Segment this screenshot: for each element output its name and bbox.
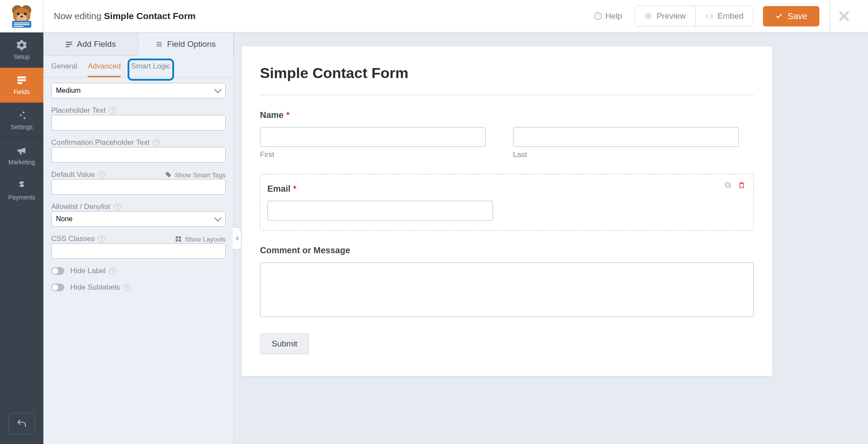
show-layouts-link[interactable]: Show Layouts xyxy=(175,235,226,243)
code-icon xyxy=(705,12,713,20)
allowlist-label: Allowlist / Denylist? xyxy=(51,202,226,211)
default-value-input[interactable] xyxy=(51,179,226,195)
css-classes-label: CSS Classes? xyxy=(51,235,105,243)
editing-title: Now editing Simple Contact Form xyxy=(43,11,196,21)
rail-marketing[interactable]: Marketing xyxy=(0,138,43,173)
close-button[interactable] xyxy=(830,0,858,32)
svg-point-6 xyxy=(20,16,23,17)
allowlist-select[interactable] xyxy=(51,211,226,227)
form-title: Simple Contact Form xyxy=(260,65,754,82)
chevron-left-icon xyxy=(234,235,240,242)
rail-settings[interactable]: Settings xyxy=(0,103,43,138)
svg-rect-14 xyxy=(17,82,22,84)
rail-label: Setup xyxy=(14,53,30,60)
tab-add-fields[interactable]: Add Fields xyxy=(43,33,138,56)
fields-icon xyxy=(16,75,27,86)
gear-icon xyxy=(16,39,27,51)
field-name[interactable]: Name* First Last xyxy=(260,110,754,159)
svg-rect-12 xyxy=(17,76,26,78)
help-icon[interactable]: ? xyxy=(109,107,116,114)
svg-point-17 xyxy=(23,117,25,119)
tab-field-options[interactable]: Field Options xyxy=(138,33,233,56)
help-icon[interactable]: ? xyxy=(123,284,130,291)
last-name-sublabel: Last xyxy=(513,150,754,159)
email-input[interactable] xyxy=(267,201,493,221)
rail-payments[interactable]: Payments xyxy=(0,173,43,208)
svg-point-15 xyxy=(23,111,24,113)
svg-rect-13 xyxy=(17,79,26,81)
rail-label: Payments xyxy=(8,194,35,201)
svg-rect-29 xyxy=(727,184,730,188)
last-name-input[interactable] xyxy=(513,127,739,147)
field-email-selected[interactable]: Email* xyxy=(260,174,754,231)
undo-icon xyxy=(16,418,27,429)
list-icon xyxy=(66,41,72,48)
hide-sublabels-toggle[interactable] xyxy=(51,284,64,291)
form-preview: Simple Contact Form Name* First Last xyxy=(242,46,772,376)
help-icon[interactable]: ? xyxy=(114,203,121,210)
first-name-sublabel: First xyxy=(260,150,501,159)
save-button[interactable]: Save xyxy=(763,6,819,26)
submit-button[interactable]: Submit xyxy=(260,333,309,354)
css-classes-input[interactable] xyxy=(51,243,226,259)
rail-setup[interactable]: Setup xyxy=(0,33,43,68)
confirmation-placeholder-label: Confirmation Placeholder Text? xyxy=(51,138,226,147)
eye-icon xyxy=(644,12,652,20)
rail-fields[interactable]: Fields xyxy=(0,68,43,103)
help-icon: ? xyxy=(594,12,602,20)
rail-label: Marketing xyxy=(8,159,35,166)
svg-point-23 xyxy=(161,45,162,46)
svg-rect-25 xyxy=(176,236,178,238)
help-icon[interactable]: ? xyxy=(153,139,160,146)
svg-rect-26 xyxy=(179,236,181,238)
sub-tab-smart-logic[interactable]: Smart Logic xyxy=(131,62,171,77)
svg-point-11 xyxy=(647,15,649,17)
confirmation-placeholder-input[interactable] xyxy=(51,147,226,163)
grid-icon xyxy=(175,236,181,242)
default-value-label: Default Value? xyxy=(51,170,105,179)
help-icon[interactable]: ? xyxy=(109,268,116,274)
svg-point-16 xyxy=(20,114,22,116)
trash-icon[interactable] xyxy=(738,181,746,189)
placeholder-text-label: Placeholder Text? xyxy=(51,106,226,115)
show-smart-tags-link[interactable]: Show Smart Tags xyxy=(165,171,226,179)
tag-icon xyxy=(165,172,171,178)
help-icon[interactable]: ? xyxy=(99,171,105,178)
svg-rect-8 xyxy=(14,23,30,23)
placeholder-text-input[interactable] xyxy=(51,115,226,131)
svg-point-21 xyxy=(160,42,161,43)
hide-label-toggle[interactable] xyxy=(51,267,64,275)
svg-rect-30 xyxy=(725,183,729,186)
svg-rect-9 xyxy=(14,24,30,25)
bullhorn-icon xyxy=(16,145,27,156)
svg-rect-28 xyxy=(179,239,181,242)
embed-button[interactable]: Embed xyxy=(695,6,753,26)
svg-point-24 xyxy=(166,173,167,174)
comment-textarea[interactable] xyxy=(260,262,754,317)
app-logo[interactable] xyxy=(0,0,43,32)
svg-rect-20 xyxy=(66,46,69,47)
svg-point-5 xyxy=(24,13,26,15)
sub-tab-advanced[interactable]: Advanced xyxy=(88,62,121,77)
first-name-input[interactable] xyxy=(260,127,486,147)
rail-label: Fields xyxy=(13,88,30,95)
field-comment[interactable]: Comment or Message xyxy=(260,245,754,319)
divider xyxy=(260,95,754,95)
svg-rect-19 xyxy=(66,44,72,45)
options-icon xyxy=(156,41,163,48)
check-icon xyxy=(775,12,783,20)
svg-point-4 xyxy=(17,13,20,15)
field-size-select[interactable] xyxy=(51,83,226,98)
help-icon[interactable]: ? xyxy=(98,235,105,242)
duplicate-icon[interactable] xyxy=(724,181,732,189)
collapse-sidebar-button[interactable] xyxy=(233,227,241,250)
hide-label-label: Hide Label? xyxy=(70,267,116,275)
undo-button[interactable] xyxy=(9,413,35,434)
svg-rect-27 xyxy=(176,239,178,242)
svg-rect-10 xyxy=(14,26,23,27)
sub-tab-general[interactable]: General xyxy=(51,62,77,77)
rail-label: Settings xyxy=(11,124,33,131)
svg-point-22 xyxy=(158,43,159,45)
help-link[interactable]: ? Help xyxy=(586,7,630,25)
preview-button[interactable]: Preview xyxy=(635,6,696,26)
